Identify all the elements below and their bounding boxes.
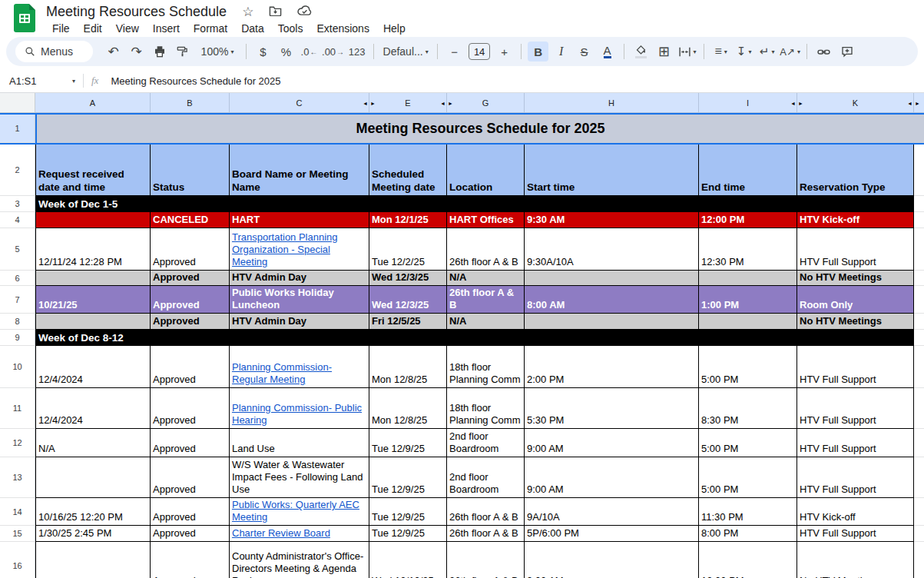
hidden-column-icon[interactable]: ► — [798, 100, 803, 105]
redo-button[interactable]: ↷ — [126, 42, 147, 61]
decrease-font-size-button[interactable]: − — [444, 42, 465, 61]
cell-A12[interactable]: N/A — [35, 429, 151, 457]
cell-H6[interactable] — [525, 271, 699, 286]
format-currency-button[interactable]: $ — [253, 42, 273, 61]
cell-E14[interactable]: Tue 12/9/25 — [369, 498, 447, 526]
cell-E11[interactable]: Mon 12/8/25 — [369, 388, 447, 429]
cell-I5[interactable]: 12:30 PM — [699, 228, 797, 271]
cell-E12[interactable]: Tue 12/9/25 — [369, 429, 447, 457]
cell-C7[interactable]: Public Works Holiday Luncheon — [230, 286, 369, 314]
hidden-column-icon[interactable]: ◄ — [440, 100, 445, 105]
column-header-K[interactable]: ►K◄ — [797, 93, 914, 113]
cell-A4[interactable] — [35, 212, 151, 228]
row-header-14[interactable]: 14 — [0, 498, 35, 526]
menu-extensions[interactable]: Extensions — [310, 22, 375, 35]
cell-A2[interactable]: Request received date and time — [35, 144, 151, 196]
cell-H5[interactable]: 9:30A/10A — [525, 228, 699, 271]
row-header-8[interactable]: 8 — [0, 314, 35, 330]
cell-B5[interactable]: Approved — [151, 228, 230, 271]
horizontal-align-button[interactable]: ≡▾ — [710, 42, 731, 61]
cell-B13[interactable]: Approved — [151, 457, 230, 498]
cell-E16[interactable]: Wed 12/10/25 — [369, 542, 447, 578]
cell-K13[interactable]: HTV Full Support — [797, 457, 914, 498]
cell-G16[interactable]: 26th floor A & B — [447, 542, 525, 578]
cell-K16[interactable]: No HTV Meetings — [797, 542, 914, 578]
cell-H2[interactable]: Start time — [525, 144, 699, 196]
cell-I14[interactable]: 11:30 PM — [699, 498, 797, 526]
cell-C15[interactable]: Charter Review Board — [230, 526, 369, 542]
column-header-G[interactable]: ►G — [447, 93, 525, 113]
name-box[interactable]: A1:S1▾ — [9, 75, 75, 87]
row-header-7[interactable]: 7 — [0, 286, 35, 314]
menu-edit[interactable]: Edit — [78, 22, 108, 35]
row-header-2[interactable]: 2 — [0, 144, 35, 196]
cell-H13[interactable]: 9:00 AM — [525, 457, 699, 498]
cell-G11[interactable]: 18th floor Planning Comm — [447, 388, 525, 429]
cell-A8[interactable] — [35, 314, 151, 330]
cell-C5[interactable]: Transportation Planning Organization - S… — [230, 228, 369, 271]
cell-H7[interactable]: 8:00 AM — [525, 286, 699, 314]
cell-G10[interactable]: 18th floor Planning Comm — [447, 346, 525, 388]
menu-insert[interactable]: Insert — [147, 22, 186, 35]
cloud-saved-icon[interactable] — [297, 5, 312, 18]
row-header-12[interactable]: 12 — [0, 429, 35, 457]
star-icon[interactable]: ☆ — [242, 5, 253, 18]
cell-A16[interactable] — [35, 542, 151, 578]
column-header-A[interactable]: A — [35, 93, 151, 113]
row-header-10[interactable]: 10 — [0, 346, 35, 388]
formula-input[interactable]: Meeting Resources Schedule for 2025 — [111, 75, 280, 87]
row-header-9[interactable]: 9 — [0, 330, 35, 346]
hidden-column-icon[interactable]: ► — [370, 100, 376, 105]
menu-tools[interactable]: Tools — [272, 22, 310, 35]
cell-B14[interactable]: Approved — [151, 498, 230, 526]
cell-H14[interactable]: 9A/10A — [525, 498, 699, 526]
cell-G5[interactable]: 26th floor A & B — [447, 228, 525, 271]
cell-I16[interactable]: 12:00 PM — [699, 542, 797, 578]
bold-button[interactable]: B — [528, 42, 548, 61]
cell-I2[interactable]: End time — [699, 144, 797, 196]
menu-data[interactable]: Data — [235, 22, 270, 35]
cell-C6[interactable]: HTV Admin Day — [230, 271, 369, 286]
select-all-corner[interactable] — [0, 93, 35, 113]
column-header-I[interactable]: I◄ — [699, 93, 797, 113]
increase-font-size-button[interactable]: + — [494, 42, 515, 61]
cell-G13[interactable]: 2nd floor Boardroom — [447, 457, 525, 498]
cell-K4[interactable]: HTV Kick-off — [797, 212, 914, 228]
cell-G8[interactable]: N/A — [447, 314, 525, 330]
cell-C2[interactable]: Board Name or Meeting Name — [230, 144, 369, 196]
cell-K14[interactable]: HTV Kick-off — [797, 498, 914, 526]
cell-B11[interactable]: Approved — [151, 388, 230, 429]
hidden-column-icon[interactable]: ◄ — [790, 100, 796, 105]
cell-H10[interactable]: 2:00 PM — [525, 346, 699, 388]
zoom-select[interactable]: 100%▾ — [195, 42, 240, 61]
font-select[interactable]: Defaul...▾ — [380, 42, 431, 61]
cell-K5[interactable]: HTV Full Support — [797, 228, 914, 271]
meeting-link[interactable]: Planning Commission- Regular Meeting — [232, 361, 332, 385]
cell-B2[interactable]: Status — [151, 144, 230, 196]
cell-G12[interactable]: 2nd floor Boardroom — [447, 429, 525, 457]
cell-E5[interactable]: Tue 12/2/25 — [369, 228, 447, 271]
cell-H4[interactable]: 9:30 AM — [525, 212, 699, 228]
text-rotation-button[interactable]: A↗▾ — [780, 42, 800, 61]
cell-B12[interactable]: Approved — [151, 429, 230, 457]
cell-B10[interactable]: Approved — [151, 346, 230, 388]
move-to-folder-icon[interactable] — [269, 5, 282, 18]
hidden-column-icon[interactable]: ◄ — [363, 100, 368, 105]
cell-H12[interactable]: 9:00 AM — [525, 429, 699, 457]
cell-I13[interactable]: 5:00 PM — [699, 457, 797, 498]
cell-A7[interactable]: 10/21/25 — [35, 286, 151, 314]
cell-B15[interactable]: Approved — [151, 526, 230, 542]
cell-B6[interactable]: Approved — [151, 271, 230, 286]
cell-C16[interactable]: County Administrator's Office- Directors… — [230, 542, 369, 578]
row-header-4[interactable]: 4 — [0, 212, 35, 228]
cell-G2[interactable]: Location — [447, 144, 525, 196]
row-header-16[interactable]: 16 — [0, 542, 35, 578]
undo-button[interactable]: ↶ — [103, 42, 124, 61]
document-title[interactable]: Meeting Resources Schedule — [46, 4, 227, 20]
insert-link-button[interactable] — [813, 42, 834, 61]
cell-I12[interactable]: 5:00 PM — [699, 429, 797, 457]
meeting-link[interactable]: Transportation Planning Organization - S… — [232, 231, 338, 267]
cell-E4[interactable]: Mon 12/1/25 — [369, 212, 447, 228]
cell-H8[interactable] — [525, 314, 699, 330]
cell-E13[interactable]: Tue 12/9/25 — [369, 457, 447, 498]
